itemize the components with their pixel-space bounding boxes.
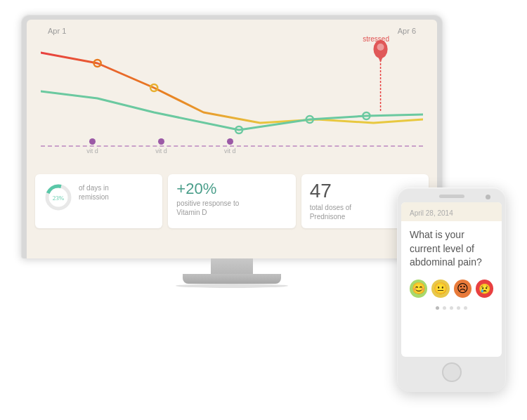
monitor-screen: Apr 1 Apr 6 [27, 20, 437, 258]
timeline-dot-label-2: vit d [155, 147, 167, 155]
stat-card-vitamin: +20% positive response toVitamin D [168, 174, 295, 228]
chart-labels: Apr 1 Apr 6 [41, 27, 423, 35]
timeline-dot-1: vit d [86, 138, 98, 155]
scene: Apr 1 Apr 6 [0, 0, 527, 420]
stat-value-vitamin: +20% [176, 181, 239, 197]
phone-home-button[interactable] [442, 362, 462, 382]
stat-card-remission: 23% of days inremission [35, 174, 162, 228]
timeline-dot-2: vit d [155, 138, 167, 155]
chart-svg [41, 39, 423, 151]
svg-text:23%: 23% [53, 195, 65, 202]
stat-desc-remission: of days inremission [79, 183, 109, 202]
phone-screen-body: What is your current level of abdominal … [401, 221, 502, 321]
timeline-dot-label-1: vit d [86, 147, 98, 155]
phone-dot-4 [457, 306, 460, 310]
phone-date: April 28, 2014 [410, 209, 453, 217]
monitor-neck [211, 258, 253, 274]
timeline-dot-marker-2 [158, 138, 164, 145]
timeline-dot-3: vit d [224, 138, 236, 155]
stat-text-vitamin: +20% positive response toVitamin D [176, 181, 239, 217]
monitor: Apr 1 Apr 6 [21, 14, 443, 288]
phone-outer: April 28, 2014 What is your current leve… [397, 188, 506, 392]
timeline-dot-label-3: vit d [224, 147, 236, 155]
stats-row: 23% of days inremission +20% positive re… [27, 167, 437, 235]
chart-date-left: Apr 1 [48, 27, 66, 35]
monitor-border: Apr 1 Apr 6 [21, 14, 443, 258]
stressed-label: stressed [363, 35, 389, 43]
svg-marker-8 [377, 54, 384, 63]
monitor-base [183, 274, 281, 284]
phone-dot-3 [450, 306, 453, 310]
stat-value-prednisone: 47 [310, 181, 351, 201]
phone-dot-5 [464, 306, 467, 310]
emoji-happy[interactable]: 😊 [410, 280, 427, 298]
phone-screen: April 28, 2014 What is your current leve… [401, 202, 502, 357]
phone-emojis: 😊 😐 ☹ 😢 [410, 280, 493, 298]
phone-dot-1 [436, 306, 439, 310]
stat-desc-vitamin: positive response toVitamin D [176, 199, 239, 217]
stat-text-remission: of days inremission [79, 181, 109, 202]
chart-date-right: Apr 6 [398, 27, 416, 35]
stat-text-prednisone: 47 total doses ofPrednisone [310, 181, 351, 221]
monitor-base-shadow [176, 284, 288, 288]
phone-screen-header: April 28, 2014 [401, 202, 502, 221]
phone-speaker [439, 195, 464, 198]
timeline-dot-marker-1 [89, 138, 96, 145]
phone: April 28, 2014 What is your current leve… [397, 188, 506, 392]
phone-dots [410, 306, 493, 314]
svg-point-7 [377, 44, 384, 51]
chart-area: Apr 1 Apr 6 [27, 20, 437, 167]
phone-question: What is your current level of abdominal … [410, 228, 493, 270]
emoji-neutral[interactable]: 😐 [431, 280, 449, 298]
emoji-sad[interactable]: ☹ [454, 280, 471, 298]
phone-dot-2 [443, 306, 446, 310]
emoji-very-sad[interactable]: 😢 [476, 280, 493, 298]
donut-chart: 23% [44, 183, 73, 215]
timeline-dot-marker-3 [227, 138, 233, 145]
stat-desc-prednisone: total doses ofPrednisone [310, 203, 351, 221]
phone-camera [486, 195, 490, 199]
